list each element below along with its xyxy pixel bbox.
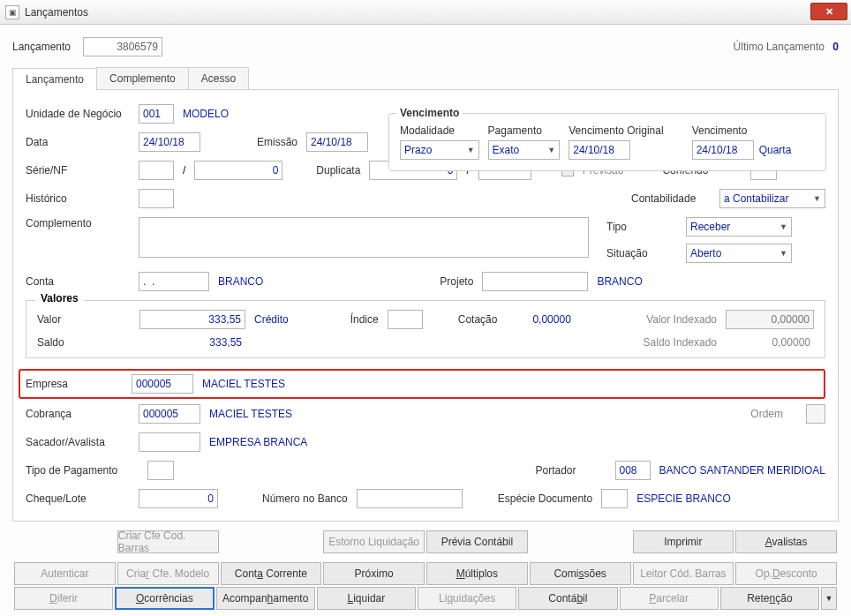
projeto-name: BRANCO [597, 275, 642, 288]
tab-panel-lancamento: Vencimento Modalidade Prazo▼ Pagamento E… [12, 90, 839, 522]
chevron-down-icon: ▼ [813, 194, 821, 203]
num-banco-input[interactable] [357, 489, 463, 508]
cotacao-value: 0,00000 [532, 313, 570, 326]
valores-group: Valores Valor Crédito Índice Cotação 0,0… [26, 300, 825, 358]
empresa-name: MACIEL TESTES [202, 378, 285, 390]
venc-label: Vencimento [692, 124, 815, 137]
btn-contabil[interactable]: Contábil [518, 587, 617, 610]
retencao-dropdown-icon[interactable]: ▼ [821, 587, 837, 610]
situacao-label: Situação [606, 247, 677, 259]
especie-label: Espécie Documento [498, 492, 592, 505]
btn-parcelar: Parcelar [620, 587, 719, 610]
cheque-label: Cheque/Lote [26, 492, 130, 505]
projeto-input[interactable] [482, 272, 588, 291]
lancamento-label: Lançamento [12, 41, 71, 53]
tab-acesso[interactable]: Acesso [188, 67, 249, 89]
data-input[interactable] [139, 132, 200, 152]
num-banco-label: Número no Banco [262, 492, 348, 505]
vencimento-group: Vencimento Modalidade Prazo▼ Pagamento E… [388, 113, 826, 171]
portador-name: BANCO SANTANDER MERIDIOAL [659, 464, 825, 477]
valor-input[interactable] [139, 310, 245, 329]
btn-criar-cod-barras: Criar Cfe Cod. Barras [117, 530, 219, 553]
tipopag-label: Tipo de Pagamento [26, 464, 139, 477]
chevron-down-icon: ▼ [779, 222, 787, 231]
btn-op-desconto: Op.Desconto [735, 562, 837, 585]
tab-lancamento[interactable]: Lançamento [12, 68, 97, 90]
historico-label: Histórico [26, 192, 130, 205]
btn-avalistas[interactable]: Avalistas [735, 530, 837, 553]
contabilidade-label: Contabilidade [631, 192, 711, 205]
btn-conta-corrente[interactable]: Conta Corrente [221, 562, 322, 585]
btn-criar-cfe-modelo: Criar Cfe. Modelo [117, 562, 219, 585]
chevron-down-icon: ▼ [547, 146, 555, 154]
indice-input[interactable] [388, 310, 423, 329]
vencimento-title: Vencimento [396, 107, 463, 119]
cheque-input[interactable] [139, 489, 218, 508]
historico-input[interactable] [139, 189, 174, 208]
data-label: Data [26, 136, 130, 148]
btn-autenticar: Autenticar [14, 562, 116, 585]
especie-name: ESPECIE BRANCO [636, 492, 731, 505]
btn-proximo[interactable]: Próximo [323, 562, 425, 585]
lancamento-input[interactable] [83, 37, 162, 56]
valor-label: Valor [37, 313, 131, 326]
indice-label: Índice [350, 313, 379, 326]
btn-liquidar[interactable]: Liquidar [317, 587, 416, 610]
cobranca-name: MACIEL TESTES [209, 408, 292, 420]
especie-code-input[interactable] [601, 489, 628, 508]
btn-comissoes[interactable]: Comissões [530, 562, 631, 585]
ultimo-lancamento-label: Último Lançamento [734, 41, 825, 53]
btn-leitor-cod-barras: Leitor Cód. Barras [633, 562, 734, 585]
conta-name: BRANCO [218, 275, 263, 288]
empresa-code-input[interactable] [132, 374, 193, 394]
portador-code-input[interactable] [615, 461, 651, 480]
venc-original-input[interactable] [569, 140, 630, 160]
saldo-label: Saldo [37, 336, 131, 349]
pagamento-label: Pagamento [488, 124, 561, 137]
venc-weekday: Quarta [759, 144, 792, 156]
btn-imprimir[interactable]: Imprimir [633, 530, 734, 553]
sacador-label: Sacador/Avalista [26, 436, 130, 448]
valor-idx-input [726, 310, 814, 329]
nf-input[interactable] [194, 161, 282, 180]
btn-diferir: Diferir [14, 587, 113, 610]
complemento-textarea[interactable] [139, 217, 589, 258]
btn-liquidacoes: Liquidações [418, 587, 516, 610]
modalidade-select[interactable]: Prazo▼ [400, 140, 479, 160]
sacador-code-input[interactable] [139, 432, 200, 452]
conta-input[interactable] [139, 272, 209, 291]
duplicata-label: Duplicata [316, 164, 360, 177]
unidade-label: Unidade de Negócio [26, 108, 130, 120]
tipo-select[interactable]: Receber▼ [686, 217, 792, 237]
emissao-input[interactable] [306, 132, 368, 152]
ordem-label: Ordem [750, 408, 783, 420]
venc-input[interactable] [692, 140, 754, 160]
conta-label: Conta [26, 275, 130, 288]
serie-input[interactable] [139, 161, 174, 180]
btn-previa-contabil[interactable]: Prévia Contábil [426, 530, 528, 553]
saldo-value: 333,55 [139, 336, 245, 349]
saldo-idx-value: 0,00000 [726, 336, 814, 349]
situacao-select[interactable]: Aberto▼ [686, 244, 792, 263]
sacador-name: EMPRESA BRANCA [209, 436, 307, 448]
cobranca-code-input[interactable] [139, 404, 200, 424]
cobranca-label: Cobrança [26, 408, 130, 420]
credito-link[interactable]: Crédito [254, 313, 289, 326]
tab-strip: Lançamento Complemento Acesso [12, 67, 839, 90]
btn-multiplos[interactable]: Múltiplos [426, 562, 528, 585]
contabilidade-select[interactable]: a Contabilizar▼ [719, 189, 825, 208]
btn-retencao[interactable]: Retenção [720, 587, 819, 610]
tab-complemento[interactable]: Complemento [96, 67, 189, 89]
projeto-label: Projeto [440, 275, 473, 288]
saldo-idx-label: Saldo Indexado [644, 336, 717, 349]
empresa-label: Empresa [26, 378, 123, 390]
unidade-code-input[interactable] [139, 104, 174, 124]
tipopag-input[interactable] [147, 461, 174, 480]
btn-ocorrencias[interactable]: Ocorrências [115, 587, 214, 610]
valores-title: Valores [35, 292, 84, 304]
close-button[interactable]: ✕ [810, 3, 847, 20]
pagamento-select[interactable]: Exato▼ [488, 140, 561, 160]
venc-original-label: Vencimento Original [569, 124, 682, 137]
chevron-down-icon: ▼ [779, 249, 787, 258]
btn-acompanhamento[interactable]: Acompanhamento [216, 587, 315, 610]
